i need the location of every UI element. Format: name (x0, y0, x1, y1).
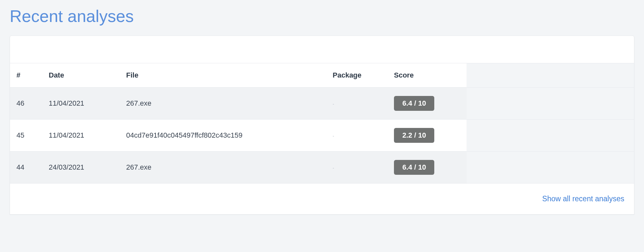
cell-gutter (467, 88, 634, 120)
cell-file: 267.exe (120, 152, 326, 184)
show-all-link[interactable]: Show all recent analyses (542, 194, 624, 203)
page-title: Recent analyses (10, 6, 634, 26)
header-gutter (467, 63, 634, 88)
cell-id: 44 (10, 152, 42, 184)
analyses-table: # Date File Package Score 46 11/04/2021 … (10, 63, 634, 184)
header-id: # (10, 63, 42, 88)
cell-file: 267.exe (120, 88, 326, 120)
cell-id: 45 (10, 120, 42, 152)
cell-gutter (467, 120, 634, 152)
cell-package: - (326, 88, 387, 120)
cell-score: 6.4 / 10 (387, 152, 467, 184)
cell-date: 11/04/2021 (42, 120, 120, 152)
score-badge: 6.4 / 10 (394, 160, 434, 175)
header-date: Date (42, 63, 120, 88)
table-row[interactable]: 44 24/03/2021 267.exe - 6.4 / 10 (10, 152, 634, 184)
header-file: File (120, 63, 326, 88)
table-row[interactable]: 46 11/04/2021 267.exe - 6.4 / 10 (10, 88, 634, 120)
table-header-row: # Date File Package Score (10, 63, 634, 88)
cell-date: 11/04/2021 (42, 88, 120, 120)
header-package: Package (326, 63, 387, 88)
cell-package: - (326, 120, 387, 152)
cell-score: 6.4 / 10 (387, 88, 467, 120)
cell-gutter (467, 152, 634, 184)
score-badge: 6.4 / 10 (394, 96, 434, 111)
cell-date: 24/03/2021 (42, 152, 120, 184)
cell-file: 04cd7e91f40c045497ffcf802c43c159 (120, 120, 326, 152)
header-score: Score (387, 63, 467, 88)
score-badge: 2.2 / 10 (394, 128, 434, 143)
card-footer: Show all recent analyses (10, 184, 634, 214)
cell-score: 2.2 / 10 (387, 120, 467, 152)
recent-analyses-card: # Date File Package Score 46 11/04/2021 … (10, 36, 634, 215)
table-wrapper: # Date File Package Score 46 11/04/2021 … (10, 63, 634, 214)
card-header (10, 36, 634, 63)
table-row[interactable]: 45 11/04/2021 04cd7e91f40c045497ffcf802c… (10, 120, 634, 152)
cell-package: - (326, 152, 387, 184)
cell-id: 46 (10, 88, 42, 120)
